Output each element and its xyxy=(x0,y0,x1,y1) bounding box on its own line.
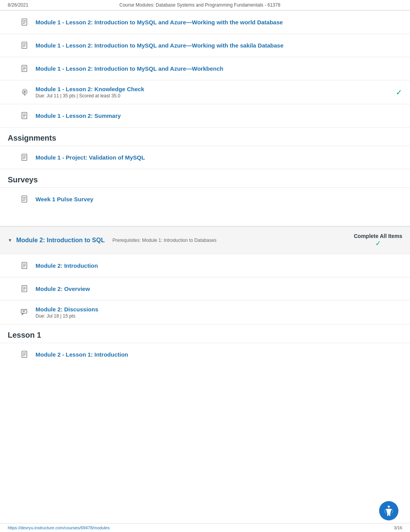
item-title[interactable]: Module 2: Overview xyxy=(36,286,90,292)
footer-page: 3/16 xyxy=(394,525,402,528)
list-item: Module 2: Introduction xyxy=(0,254,410,277)
module2-prereq: Prerequisites: Module 1: Introduction to… xyxy=(112,238,216,243)
list-item: Module 1 - Lesson 2: Introduction to MyS… xyxy=(0,57,410,80)
list-item: Module 1 - Lesson 2: Introduction to MyS… xyxy=(0,10,410,34)
item-title[interactable]: Module 1 - Lesson 2: Introduction to MyS… xyxy=(36,19,283,25)
item-subtitle: Due: Jul 18 | 15 pts xyxy=(36,313,402,319)
quiz-icon xyxy=(19,87,30,98)
document-icon xyxy=(19,152,30,163)
list-item: Module 1 - Project: Validation of MySQL xyxy=(0,146,410,169)
spacer xyxy=(0,211,410,226)
svg-rect-34 xyxy=(21,309,27,313)
lesson1-heading: Lesson 1 xyxy=(0,324,410,343)
complete-all-items[interactable]: Complete All Items ✓ xyxy=(354,233,402,248)
document-icon xyxy=(19,40,30,51)
main-content: Module 1 - Lesson 2: Introduction to MyS… xyxy=(0,10,410,528)
item-title[interactable]: Module 1 - Lesson 2: Introduction to MyS… xyxy=(36,65,223,72)
document-icon xyxy=(19,17,30,28)
assignments-section: Assignments Module 1 - Project: Validati… xyxy=(0,127,410,169)
item-title[interactable]: Module 1 - Lesson 2: Introduction to MyS… xyxy=(36,42,283,49)
list-item: Module 1 - Lesson 2: Introduction to MyS… xyxy=(0,34,410,57)
document-icon xyxy=(19,260,30,271)
document-icon xyxy=(19,63,30,74)
list-item: Module 1 - Lesson 2: Knowledge Check Due… xyxy=(0,80,410,104)
module2-header: ▼ Module 2: Introduction to SQL Prerequi… xyxy=(0,226,410,254)
page-title: Course Modules: Database Systems and Pro… xyxy=(28,2,371,8)
module1-lesson2-items: Module 1 - Lesson 2: Introduction to MyS… xyxy=(0,10,410,127)
surveys-heading: Surveys xyxy=(0,169,410,187)
list-item: Module 2: Discussions Due: Jul 18 | 15 p… xyxy=(0,300,410,324)
footer-bar: https://devryu.instructure.com/courses/6… xyxy=(0,523,410,528)
list-item: Week 1 Pulse Survey xyxy=(0,187,410,211)
list-item: Module 2: Overview xyxy=(0,277,410,300)
svg-point-41 xyxy=(388,506,390,508)
item-title[interactable]: Module 1 - Project: Validation of MySQL xyxy=(36,154,145,161)
document-icon xyxy=(19,194,30,205)
discussion-icon xyxy=(19,307,30,318)
document-icon xyxy=(19,110,30,121)
item-title[interactable]: Week 1 Pulse Survey xyxy=(36,196,93,202)
item-subtitle: Due: Jul 11 | 35 pts | Scored at least 3… xyxy=(36,93,390,99)
item-title[interactable]: Module 2 - Lesson 1: Introduction xyxy=(36,351,128,358)
item-title[interactable]: Module 2: Discussions xyxy=(36,306,98,313)
module2-title[interactable]: Module 2: Introduction to SQL xyxy=(16,237,105,244)
date-label: 8/26/2021 xyxy=(8,2,28,8)
surveys-section: Surveys Week 1 Pulse Survey xyxy=(0,169,410,211)
complete-label: Complete All Items xyxy=(354,233,402,239)
accessibility-button[interactable] xyxy=(379,501,398,520)
item-title[interactable]: Module 2: Introduction xyxy=(36,262,98,269)
document-icon xyxy=(19,349,30,360)
item-title[interactable]: Module 1 - Lesson 2: Summary xyxy=(36,112,121,119)
module-arrow[interactable]: ▼ xyxy=(8,238,12,243)
item-title[interactable]: Module 1 - Lesson 2: Knowledge Check xyxy=(36,86,144,92)
list-item: Module 1 - Lesson 2: Summary xyxy=(0,104,410,127)
completion-check: ✓ xyxy=(396,88,402,97)
document-icon xyxy=(19,284,30,294)
list-item: Module 2 - Lesson 1: Introduction xyxy=(0,343,410,366)
assignments-heading: Assignments xyxy=(0,127,410,146)
complete-checkmark: ✓ xyxy=(354,239,402,248)
footer-url[interactable]: https://devryu.instructure.com/courses/6… xyxy=(8,525,110,528)
top-bar: 8/26/2021 Course Modules: Database Syste… xyxy=(0,0,410,10)
module2-items: Module 2: Introduction Module 2: Overvie… xyxy=(0,254,410,366)
